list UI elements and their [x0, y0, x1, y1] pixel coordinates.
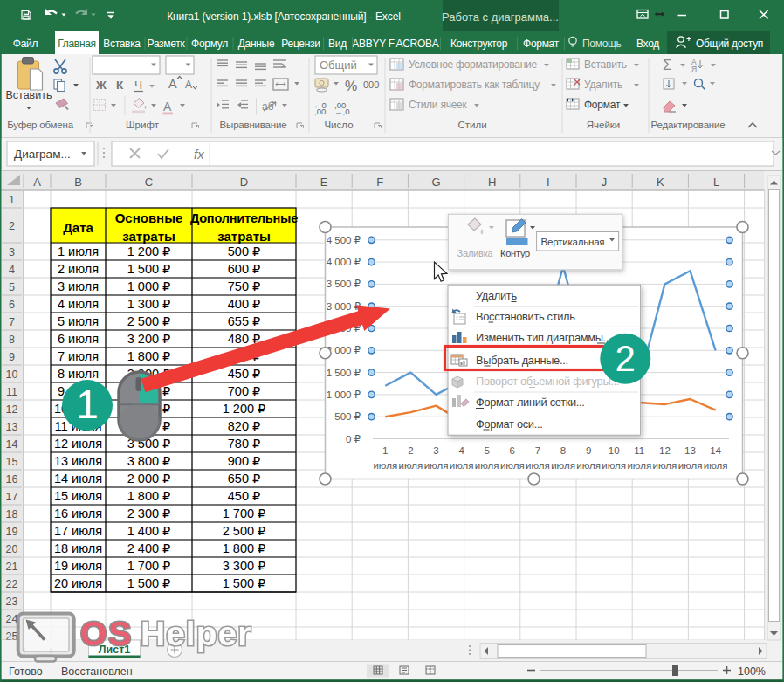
svg-text:7 июля: 7 июля — [58, 349, 99, 363]
svg-text:Стили: Стили — [457, 120, 486, 130]
svg-text:1 500 ₽: 1 500 ₽ — [327, 368, 361, 378]
svg-text:июля: июля — [551, 460, 575, 471]
svg-text:Я: Я — [691, 65, 697, 73]
svg-text:А: А — [185, 79, 192, 91]
svg-text:14 июля: 14 июля — [54, 472, 102, 486]
svg-text:Вставить: Вставить — [6, 89, 52, 101]
svg-text:12: 12 — [6, 403, 18, 416]
svg-text:1 200 ₽: 1 200 ₽ — [223, 402, 266, 416]
svg-text:1 800 ₽: 1 800 ₽ — [127, 349, 171, 363]
svg-text:июля: июля — [500, 460, 525, 471]
svg-text:700 ₽: 700 ₽ — [228, 384, 260, 398]
svg-text:→,0: →,0 — [334, 107, 349, 116]
svg-text:5: 5 — [484, 445, 489, 456]
svg-text:Рецензи: Рецензи — [281, 38, 320, 50]
svg-text:июля: июля — [450, 460, 474, 471]
svg-text:B: B — [74, 176, 82, 189]
svg-text:10: 10 — [609, 445, 620, 456]
svg-text:Поворот объемной фигуры...: Поворот объемной фигуры... — [476, 375, 619, 388]
svg-text:20: 20 — [6, 543, 18, 555]
svg-text:14: 14 — [6, 438, 18, 451]
svg-text:Дата: Дата — [63, 220, 93, 235]
svg-text:Вход: Вход — [636, 38, 659, 50]
svg-text:Удалить: Удалить — [584, 79, 622, 91]
svg-text:18 июля: 18 июля — [54, 541, 102, 555]
svg-text:2: 2 — [9, 220, 15, 232]
svg-text:Изменить тип диаграммы...: Изменить тип диаграммы... — [476, 331, 611, 344]
svg-text:затраты: затраты — [122, 229, 175, 244]
svg-text:Выбрать данные...: Выбрать данные... — [476, 354, 568, 367]
svg-text:Стили ячеек: Стили ячеек — [409, 99, 468, 111]
svg-text:11: 11 — [634, 445, 644, 456]
svg-text:А: А — [168, 77, 177, 91]
svg-text:3 800 ₽: 3 800 ₽ — [127, 454, 171, 468]
svg-text:Вертикальная: Вертикальная — [541, 237, 605, 247]
svg-text:24: 24 — [6, 613, 18, 625]
svg-text:3 500 ₽: 3 500 ₽ — [327, 279, 361, 289]
svg-text:Ч: Ч — [134, 79, 142, 92]
svg-text:июля: июля — [602, 460, 626, 471]
svg-text:18: 18 — [6, 508, 18, 520]
svg-text:OS: OS — [80, 615, 133, 652]
svg-text:затраты: затраты — [217, 229, 271, 244]
svg-text:А: А — [163, 100, 172, 114]
svg-text:Вставить: Вставить — [584, 59, 627, 71]
svg-text:1 500 ₽: 1 500 ₽ — [127, 262, 171, 276]
svg-text:1 700 ₽: 1 700 ₽ — [127, 559, 171, 573]
svg-text:16 июля: 16 июля — [54, 506, 102, 520]
svg-text:4 июля: 4 июля — [58, 297, 99, 311]
svg-text:3 200 ₽: 3 200 ₽ — [127, 332, 171, 346]
svg-text:8: 8 — [9, 334, 15, 346]
svg-text:Дополнительные: Дополнительные — [190, 211, 298, 225]
svg-text:450 ₽: 450 ₽ — [228, 489, 260, 503]
svg-text:100%: 100% — [738, 665, 766, 678]
svg-text:13 июля: 13 июля — [54, 454, 102, 468]
svg-text:Число: Число — [324, 120, 353, 130]
svg-text:6 июля: 6 июля — [58, 332, 99, 346]
svg-text:13: 13 — [6, 421, 18, 433]
svg-text:ACROBA: ACROBA — [396, 38, 439, 50]
svg-text:4: 4 — [458, 445, 464, 456]
svg-text:1 200 ₽: 1 200 ₽ — [127, 245, 171, 258]
svg-text:5: 5 — [9, 281, 15, 293]
svg-text:900 ₽: 900 ₽ — [228, 454, 260, 468]
svg-text:1 июля: 1 июля — [58, 245, 99, 258]
svg-text:Удалить: Удалить — [476, 289, 517, 302]
svg-text:500 ₽: 500 ₽ — [228, 245, 260, 258]
svg-text:400 ₽: 400 ₽ — [228, 297, 260, 311]
svg-text:D: D — [240, 176, 248, 189]
svg-text:июля: июля — [678, 460, 703, 471]
svg-text:2 000 ₽: 2 000 ₽ — [127, 472, 171, 486]
svg-text:Формат: Формат — [584, 99, 621, 111]
svg-text:3: 3 — [9, 246, 15, 258]
svg-text:Главная: Главная — [58, 38, 96, 50]
svg-text:13: 13 — [684, 445, 696, 456]
svg-text:Диаграм...: Диаграм... — [14, 148, 71, 161]
svg-text:750 ₽: 750 ₽ — [228, 279, 260, 293]
svg-text:Контур: Контур — [500, 248, 530, 258]
svg-text:Основные: Основные — [115, 210, 183, 225]
svg-text:12 июля: 12 июля — [54, 437, 102, 451]
svg-text:17 июля: 17 июля — [54, 524, 102, 538]
svg-text:19 июля: 19 июля — [54, 559, 102, 573]
svg-text:Σ: Σ — [663, 57, 672, 73]
svg-text:0 ₽: 0 ₽ — [346, 434, 361, 444]
svg-text:июля: июля — [424, 460, 449, 471]
svg-text:Общий: Общий — [320, 59, 357, 72]
svg-text:19: 19 — [6, 526, 18, 538]
svg-text:C: C — [145, 176, 153, 189]
svg-text:1: 1 — [382, 445, 388, 456]
svg-text:Форматировать как таблицу: Форматировать как таблицу — [409, 79, 540, 91]
svg-text:июля: июля — [526, 460, 550, 471]
svg-text:14: 14 — [710, 445, 721, 456]
svg-text:июля: июля — [627, 460, 651, 471]
svg-text:Конструктор: Конструктор — [450, 38, 508, 50]
svg-text:Готово: Готово — [9, 665, 43, 678]
svg-text:6: 6 — [9, 299, 15, 311]
svg-text:2 500 ₽: 2 500 ₽ — [127, 314, 171, 328]
svg-text:780 ₽: 780 ₽ — [228, 437, 260, 451]
svg-text:%: % — [345, 79, 357, 93]
svg-text:Помощь: Помощь — [582, 38, 622, 50]
svg-text:5 июля: 5 июля — [58, 314, 99, 328]
svg-text:1 000 ₽: 1 000 ₽ — [327, 389, 361, 400]
